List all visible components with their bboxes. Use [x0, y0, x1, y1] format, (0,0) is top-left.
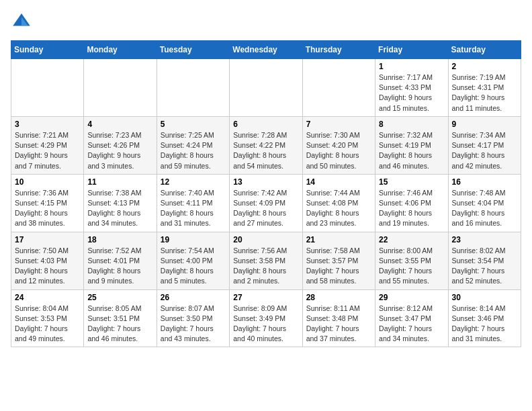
calendar-cell: [230, 59, 302, 117]
day-number: 12: [161, 177, 226, 187]
day-number: 8: [379, 120, 444, 129]
day-info: Sunrise: 7:21 AM Sunset: 4:29 PM Dayligh…: [15, 130, 80, 171]
header-day-saturday: Saturday: [448, 41, 521, 59]
day-info: Sunrise: 7:19 AM Sunset: 4:31 PM Dayligh…: [452, 73, 517, 113]
day-info: Sunrise: 7:17 AM Sunset: 4:33 PM Dayligh…: [379, 73, 444, 113]
day-info: Sunrise: 7:48 AM Sunset: 4:04 PM Dayligh…: [452, 188, 517, 229]
day-info: Sunrise: 8:02 AM Sunset: 3:54 PM Dayligh…: [452, 246, 517, 287]
calendar-week-2: 10Sunrise: 7:36 AM Sunset: 4:15 PM Dayli…: [11, 174, 521, 232]
day-number: 27: [233, 293, 298, 302]
calendar-week-4: 24Sunrise: 8:04 AM Sunset: 3:53 PM Dayli…: [11, 289, 521, 347]
calendar-week-0: 1Sunrise: 7:17 AM Sunset: 4:33 PM Daylig…: [11, 59, 521, 117]
day-info: Sunrise: 7:30 AM Sunset: 4:20 PM Dayligh…: [306, 130, 371, 171]
day-info: Sunrise: 8:04 AM Sunset: 3:53 PM Dayligh…: [15, 304, 80, 345]
calendar-cell: 21Sunrise: 7:58 AM Sunset: 3:57 PM Dayli…: [302, 232, 375, 289]
day-info: Sunrise: 7:32 AM Sunset: 4:19 PM Dayligh…: [379, 130, 444, 171]
calendar-cell: 29Sunrise: 8:12 AM Sunset: 3:47 PM Dayli…: [375, 289, 448, 347]
calendar-cell: 22Sunrise: 8:00 AM Sunset: 3:55 PM Dayli…: [375, 232, 448, 289]
day-info: Sunrise: 7:34 AM Sunset: 4:17 PM Dayligh…: [452, 130, 517, 171]
calendar-cell: 28Sunrise: 8:11 AM Sunset: 3:48 PM Dayli…: [302, 289, 375, 347]
day-info: Sunrise: 8:00 AM Sunset: 3:55 PM Dayligh…: [379, 246, 444, 287]
day-number: 7: [306, 120, 371, 129]
day-info: Sunrise: 7:56 AM Sunset: 3:58 PM Dayligh…: [233, 246, 298, 287]
calendar-cell: 10Sunrise: 7:36 AM Sunset: 4:15 PM Dayli…: [11, 174, 84, 232]
day-info: Sunrise: 8:05 AM Sunset: 3:51 PM Dayligh…: [87, 304, 152, 345]
calendar-cell: 12Sunrise: 7:40 AM Sunset: 4:11 PM Dayli…: [157, 174, 229, 232]
day-info: Sunrise: 7:40 AM Sunset: 4:11 PM Dayligh…: [161, 188, 226, 229]
calendar-cell: 19Sunrise: 7:54 AM Sunset: 4:00 PM Dayli…: [157, 232, 229, 289]
day-info: Sunrise: 8:09 AM Sunset: 3:49 PM Dayligh…: [233, 304, 298, 345]
day-info: Sunrise: 7:36 AM Sunset: 4:15 PM Dayligh…: [15, 188, 80, 229]
day-info: Sunrise: 7:52 AM Sunset: 4:01 PM Dayligh…: [87, 246, 152, 287]
day-info: Sunrise: 8:14 AM Sunset: 3:46 PM Dayligh…: [452, 304, 517, 345]
calendar-cell: 24Sunrise: 8:04 AM Sunset: 3:53 PM Dayli…: [11, 289, 84, 347]
calendar-cell: 1Sunrise: 7:17 AM Sunset: 4:33 PM Daylig…: [375, 59, 448, 117]
header-day-friday: Friday: [375, 41, 448, 59]
calendar-header: SundayMondayTuesdayWednesdayThursdayFrid…: [11, 41, 521, 59]
day-info: Sunrise: 7:25 AM Sunset: 4:24 PM Dayligh…: [161, 130, 226, 171]
day-number: 25: [87, 293, 152, 302]
logo: [11, 11, 35, 32]
day-number: 6: [233, 120, 298, 129]
calendar-cell: 2Sunrise: 7:19 AM Sunset: 4:31 PM Daylig…: [448, 59, 521, 117]
day-number: 1: [379, 62, 444, 71]
day-number: 11: [87, 177, 152, 187]
calendar-cell: 11Sunrise: 7:38 AM Sunset: 4:13 PM Dayli…: [84, 174, 157, 232]
day-number: 5: [161, 120, 226, 129]
header-day-monday: Monday: [84, 41, 157, 59]
day-number: 30: [452, 293, 517, 302]
header-day-tuesday: Tuesday: [157, 41, 229, 59]
day-number: 18: [87, 235, 152, 244]
calendar-cell: 26Sunrise: 8:07 AM Sunset: 3:50 PM Dayli…: [157, 289, 229, 347]
day-number: 13: [233, 177, 298, 187]
day-info: Sunrise: 7:44 AM Sunset: 4:08 PM Dayligh…: [306, 188, 371, 229]
day-number: 19: [161, 235, 226, 244]
day-number: 3: [15, 120, 80, 129]
day-info: Sunrise: 8:07 AM Sunset: 3:50 PM Dayligh…: [161, 304, 226, 345]
day-info: Sunrise: 7:38 AM Sunset: 4:13 PM Dayligh…: [87, 188, 152, 229]
calendar-cell: 8Sunrise: 7:32 AM Sunset: 4:19 PM Daylig…: [375, 116, 448, 174]
calendar-cell: 13Sunrise: 7:42 AM Sunset: 4:09 PM Dayli…: [230, 174, 302, 232]
day-number: 29: [379, 293, 444, 302]
day-info: Sunrise: 8:12 AM Sunset: 3:47 PM Dayligh…: [379, 304, 444, 345]
header-day-sunday: Sunday: [11, 41, 84, 59]
day-number: 9: [452, 120, 517, 129]
calendar-week-3: 17Sunrise: 7:50 AM Sunset: 4:03 PM Dayli…: [11, 232, 521, 289]
day-number: 24: [15, 293, 80, 302]
day-number: 2: [452, 62, 517, 71]
calendar-week-1: 3Sunrise: 7:21 AM Sunset: 4:29 PM Daylig…: [11, 116, 521, 174]
header-day-thursday: Thursday: [302, 41, 375, 59]
calendar-cell: 3Sunrise: 7:21 AM Sunset: 4:29 PM Daylig…: [11, 116, 84, 174]
page-header: [11, 11, 521, 32]
day-info: Sunrise: 7:54 AM Sunset: 4:00 PM Dayligh…: [161, 246, 226, 287]
calendar-table: SundayMondayTuesdayWednesdayThursdayFrid…: [11, 40, 521, 347]
day-number: 4: [87, 120, 152, 129]
calendar-cell: 9Sunrise: 7:34 AM Sunset: 4:17 PM Daylig…: [448, 116, 521, 174]
day-info: Sunrise: 7:42 AM Sunset: 4:09 PM Dayligh…: [233, 188, 298, 229]
calendar-cell: 6Sunrise: 7:28 AM Sunset: 4:22 PM Daylig…: [230, 116, 302, 174]
calendar-cell: 23Sunrise: 8:02 AM Sunset: 3:54 PM Dayli…: [448, 232, 521, 289]
calendar-cell: 30Sunrise: 8:14 AM Sunset: 3:46 PM Dayli…: [448, 289, 521, 347]
day-number: 10: [15, 177, 80, 187]
calendar-cell: 20Sunrise: 7:56 AM Sunset: 3:58 PM Dayli…: [230, 232, 302, 289]
calendar-cell: [302, 59, 375, 117]
day-info: Sunrise: 7:28 AM Sunset: 4:22 PM Dayligh…: [233, 130, 298, 171]
day-info: Sunrise: 7:50 AM Sunset: 4:03 PM Dayligh…: [15, 246, 80, 287]
logo-icon: [11, 11, 32, 32]
day-number: 28: [306, 293, 371, 302]
calendar-cell: 16Sunrise: 7:48 AM Sunset: 4:04 PM Dayli…: [448, 174, 521, 232]
day-number: 15: [379, 177, 444, 187]
calendar-cell: 7Sunrise: 7:30 AM Sunset: 4:20 PM Daylig…: [302, 116, 375, 174]
calendar-cell: 18Sunrise: 7:52 AM Sunset: 4:01 PM Dayli…: [84, 232, 157, 289]
calendar-cell: 25Sunrise: 8:05 AM Sunset: 3:51 PM Dayli…: [84, 289, 157, 347]
day-number: 14: [306, 177, 371, 187]
day-number: 17: [15, 235, 80, 244]
calendar-cell: 17Sunrise: 7:50 AM Sunset: 4:03 PM Dayli…: [11, 232, 84, 289]
header-row: SundayMondayTuesdayWednesdayThursdayFrid…: [11, 41, 521, 59]
day-info: Sunrise: 7:23 AM Sunset: 4:26 PM Dayligh…: [87, 130, 152, 171]
day-number: 23: [452, 235, 517, 244]
calendar-cell: 14Sunrise: 7:44 AM Sunset: 4:08 PM Dayli…: [302, 174, 375, 232]
day-number: 20: [233, 235, 298, 244]
calendar-cell: [84, 59, 157, 117]
day-number: 26: [161, 293, 226, 302]
